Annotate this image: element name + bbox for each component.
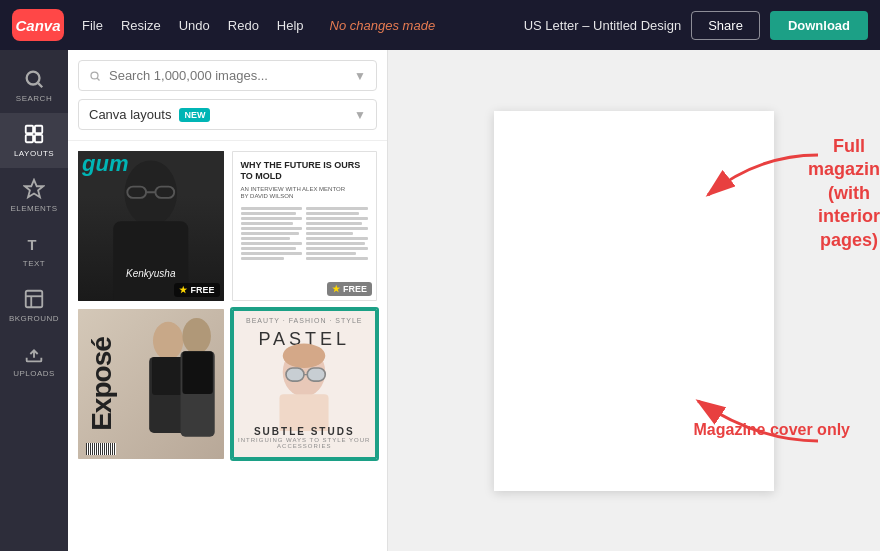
pastel-sub2: INTRIGUING WAYS TO STYLE YOUR ACCESSORIE… (234, 437, 376, 449)
interior-col-1 (241, 207, 303, 262)
svg-rect-2 (26, 126, 33, 133)
panel-header: ▼ Canva layouts NEW ▼ (68, 50, 387, 141)
gum-title: gum (82, 153, 128, 175)
canvas-area: 1 ⧉ Full magazine(with interior pages) M… (388, 50, 880, 551)
nav-file[interactable]: File (82, 18, 103, 33)
thumb-expose[interactable]: Exposé (76, 307, 226, 461)
expose-people-svg (122, 317, 224, 460)
sidebar-item-layouts[interactable]: LAYOUTS (0, 113, 68, 168)
pastel-top-text: BEAUTY · FASHION · STYLE (234, 317, 376, 324)
navbar: Canva File Resize Undo Redo Help No chan… (0, 0, 880, 50)
svg-rect-24 (286, 368, 304, 381)
svg-point-16 (153, 321, 183, 359)
search-input[interactable] (109, 68, 346, 83)
svg-line-1 (38, 83, 42, 87)
svg-rect-18 (152, 356, 185, 394)
expose-title: Exposé (86, 337, 118, 431)
design-title: US Letter – Untitled Design (524, 18, 682, 33)
nav-menu: File Resize Undo Redo Help (82, 18, 304, 33)
navbar-right: US Letter – Untitled Design Share Downlo… (524, 11, 868, 40)
svg-text:T: T (28, 237, 37, 253)
interior-free-badge: ★ FREE (327, 282, 372, 296)
no-changes-status: No changes made (330, 18, 436, 33)
thumb-pastel[interactable]: BEAUTY · FASHION · STYLE PASTEL (230, 307, 380, 461)
gum-free-badge: ★ FREE (174, 283, 219, 297)
annotation-full-magazine: Full magazine(with interior pages) (808, 135, 880, 252)
expose-barcode (86, 443, 116, 455)
search-dropdown-arrow[interactable]: ▼ (354, 69, 366, 83)
interior-col-2 (306, 207, 368, 262)
main-layout: SEARCH LAYOUTS ELEMENTS T TEXT (0, 50, 880, 551)
interior-sub: AN INTERVIEW WITH ALEX MENTORBY DAVID WI… (241, 186, 369, 202)
new-badge: NEW (179, 108, 210, 122)
thumb-gum[interactable]: gum Kenkyusha ★ FREE (76, 149, 226, 303)
canvas-page (494, 111, 774, 491)
svg-rect-8 (26, 291, 43, 308)
svg-rect-4 (26, 135, 33, 142)
nav-redo[interactable]: Redo (228, 18, 259, 33)
share-button[interactable]: Share (691, 11, 760, 40)
pastel-person-svg (254, 341, 354, 431)
thumbnails-grid: gum Kenkyusha ★ FREE WHY THE FUTURE IS O… (68, 141, 387, 469)
search-box[interactable]: ▼ (78, 60, 377, 91)
sidebar-icons: SEARCH LAYOUTS ELEMENTS T TEXT (0, 50, 68, 551)
search-icon (89, 69, 101, 83)
dropdown-arrow-icon: ▼ (354, 108, 366, 122)
svg-line-10 (97, 78, 99, 80)
download-button[interactable]: Download (770, 11, 868, 40)
svg-point-19 (182, 317, 211, 353)
interior-headline: WHY THE FUTURE IS OURS TO MOLD (241, 160, 369, 182)
svg-rect-25 (308, 368, 326, 381)
layouts-label: Canva layouts NEW (89, 107, 210, 122)
svg-point-0 (27, 72, 40, 85)
side-panel: ▼ Canva layouts NEW ▼ (68, 50, 388, 551)
thumb-interior[interactable]: WHY THE FUTURE IS OURS TO MOLD AN INTERV… (230, 149, 380, 303)
gum-person-name: Kenkyusha (78, 268, 224, 279)
layouts-dropdown[interactable]: Canva layouts NEW ▼ (78, 99, 377, 130)
svg-marker-6 (25, 180, 43, 197)
nav-undo[interactable]: Undo (179, 18, 210, 33)
svg-rect-21 (182, 351, 212, 394)
svg-rect-3 (35, 126, 42, 133)
sidebar-item-background[interactable]: BKGROUND (0, 278, 68, 333)
nav-resize[interactable]: Resize (121, 18, 161, 33)
sidebar-item-uploads[interactable]: UPLOADS (0, 333, 68, 388)
svg-point-9 (91, 72, 98, 79)
pastel-subtitle: SUBTLE STUDS (234, 426, 376, 437)
svg-point-23 (283, 343, 326, 368)
sidebar-item-text[interactable]: T TEXT (0, 223, 68, 278)
svg-rect-5 (35, 135, 42, 142)
nav-help[interactable]: Help (277, 18, 304, 33)
sidebar-item-search[interactable]: SEARCH (0, 58, 68, 113)
canva-logo[interactable]: Canva (12, 9, 64, 41)
sidebar-item-elements[interactable]: ELEMENTS (0, 168, 68, 223)
